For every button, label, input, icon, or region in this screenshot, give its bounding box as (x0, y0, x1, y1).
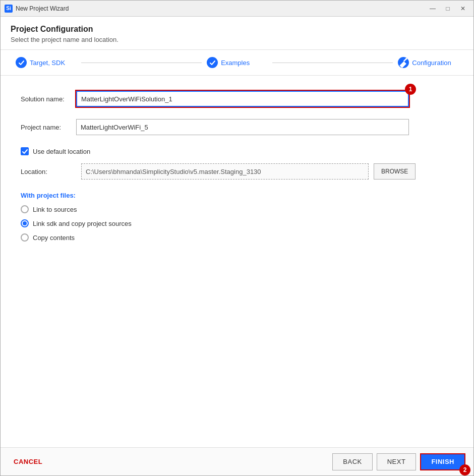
annotation-2: 2 (459, 464, 470, 475)
step-label-2: Examples (221, 59, 250, 67)
cancel-button[interactable]: CANCEL (9, 455, 47, 468)
project-name-label: Project name: (21, 124, 76, 131)
step-configuration: Configuration (398, 57, 458, 68)
project-name-input[interactable] (76, 119, 409, 135)
radio-link-sdk[interactable]: Link sdk and copy project sources (21, 219, 453, 227)
step-examples: Examples (207, 57, 267, 68)
svg-point-1 (406, 58, 407, 60)
radio-selected-indicator (23, 221, 27, 225)
radio-label-1: Link to sources (33, 206, 77, 213)
radio-button-3[interactable] (21, 233, 29, 242)
footer: CANCEL BACK NEXT FINISH 2 (1, 447, 473, 475)
radio-button-2[interactable] (21, 219, 29, 227)
radio-link-to-sources[interactable]: Link to sources (21, 205, 453, 213)
location-row: Location: BROWSE (21, 163, 453, 180)
annotation-1: 1 (405, 84, 416, 95)
radio-copy-contents[interactable]: Copy contents (21, 233, 453, 242)
back-button[interactable]: BACK (332, 453, 372, 470)
step-check-icon-3 (398, 57, 409, 68)
location-label: Location: (21, 168, 76, 175)
step-label-3: Configuration (412, 59, 451, 67)
header: Project Configuration Select the project… (1, 17, 473, 50)
project-files-title: With project files: (21, 192, 453, 199)
step-label-1: Target, SDK (30, 59, 65, 67)
radio-button-1[interactable] (21, 205, 29, 213)
page-subtitle: Select the project name and location. (11, 36, 463, 43)
app-icon: Si (5, 5, 13, 13)
window-title: New Project Wizard (16, 5, 426, 12)
page-title: Project Configuration (11, 25, 463, 34)
location-input[interactable] (81, 163, 369, 180)
solution-name-row: Solution name: 1 (21, 91, 453, 107)
step-check-icon-1 (16, 57, 27, 68)
solution-field-wrapper: 1 (76, 91, 409, 107)
next-button[interactable]: NEXT (377, 453, 417, 470)
steps-bar: Target, SDK Examples (1, 50, 473, 76)
use-default-location-row[interactable]: Use default location (21, 147, 453, 155)
finish-button[interactable]: FINISH (420, 453, 465, 470)
step-check-icon-2 (207, 57, 218, 68)
step-divider-2 (272, 63, 393, 63)
minimize-button[interactable]: — (426, 3, 439, 14)
radio-label-2: Link sdk and copy project sources (33, 220, 132, 227)
content-area: Project Configuration Select the project… (1, 17, 473, 475)
main-window: Si New Project Wizard — □ ✕ Project Conf… (0, 0, 474, 476)
project-files-section: With project files: Link to sources Link… (21, 192, 453, 242)
finish-btn-wrapper: FINISH 2 (416, 453, 465, 470)
use-default-location-checkbox[interactable] (21, 147, 29, 155)
browse-button[interactable]: BROWSE (374, 163, 416, 180)
solution-name-label: Solution name: (21, 95, 76, 103)
project-name-row: Project name: (21, 119, 453, 135)
main-body: Solution name: 1 Project name: Use defa (1, 76, 473, 447)
maximize-button[interactable]: □ (441, 3, 454, 14)
title-bar: Si New Project Wizard — □ ✕ (1, 1, 473, 17)
window-controls: — □ ✕ (426, 3, 469, 14)
step-divider-1 (81, 63, 202, 63)
solution-name-input[interactable] (76, 91, 409, 107)
close-button[interactable]: ✕ (456, 3, 469, 14)
step-target-sdk: Target, SDK (16, 57, 76, 68)
radio-label-3: Copy contents (33, 234, 75, 242)
use-default-location-label: Use default location (33, 148, 90, 155)
